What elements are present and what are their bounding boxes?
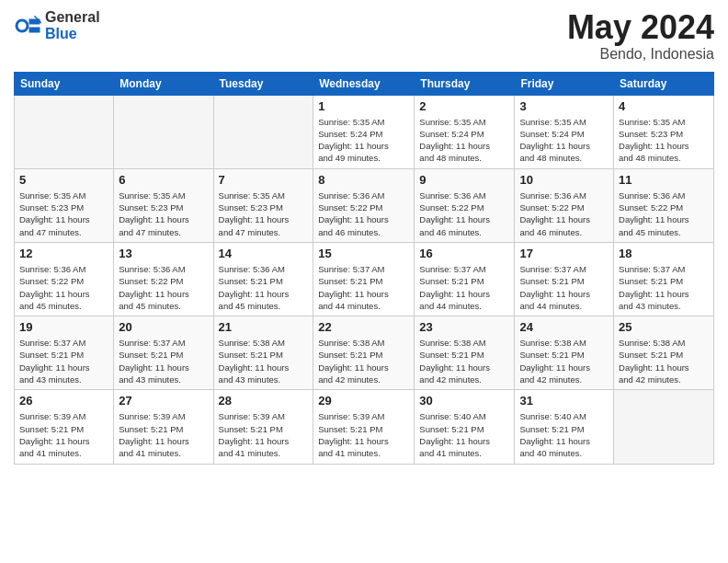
day-info: Sunrise: 5:38 AM Sunset: 5:21 PM Dayligh… bbox=[219, 337, 309, 385]
page-container: General Blue May 2024 Bendo, Indonesia S… bbox=[0, 0, 728, 478]
day-info: Sunrise: 5:35 AM Sunset: 5:23 PM Dayligh… bbox=[119, 190, 208, 238]
calendar-cell bbox=[614, 390, 714, 464]
day-header-wednesday: Wednesday bbox=[313, 72, 415, 95]
day-number: 26 bbox=[19, 394, 108, 408]
day-info: Sunrise: 5:36 AM Sunset: 5:22 PM Dayligh… bbox=[619, 190, 709, 238]
calendar-cell: 3Sunrise: 5:35 AM Sunset: 5:24 PM Daylig… bbox=[515, 95, 614, 168]
day-number: 14 bbox=[219, 247, 309, 260]
location: Bendo, Indonesia bbox=[567, 46, 714, 63]
calendar-cell: 11Sunrise: 5:36 AM Sunset: 5:22 PM Dayli… bbox=[614, 168, 714, 242]
day-number: 7 bbox=[219, 173, 309, 187]
day-number: 31 bbox=[519, 394, 609, 408]
day-info: Sunrise: 5:35 AM Sunset: 5:24 PM Dayligh… bbox=[519, 116, 609, 165]
day-info: Sunrise: 5:39 AM Sunset: 5:21 PM Dayligh… bbox=[318, 410, 409, 459]
day-number: 21 bbox=[219, 320, 309, 334]
day-number: 18 bbox=[619, 247, 709, 260]
day-header-monday: Monday bbox=[114, 72, 213, 95]
calendar-cell: 2Sunrise: 5:35 AM Sunset: 5:24 PM Daylig… bbox=[415, 95, 515, 168]
calendar-cell: 28Sunrise: 5:39 AM Sunset: 5:21 PM Dayli… bbox=[213, 390, 313, 464]
day-info: Sunrise: 5:36 AM Sunset: 5:22 PM Dayligh… bbox=[19, 263, 108, 312]
day-number: 17 bbox=[519, 247, 609, 260]
day-number: 4 bbox=[619, 99, 709, 113]
day-number: 27 bbox=[119, 394, 208, 408]
month-title: May 2024 bbox=[567, 9, 714, 46]
day-info: Sunrise: 5:39 AM Sunset: 5:21 PM Dayligh… bbox=[19, 410, 108, 459]
calendar-cell: 7Sunrise: 5:35 AM Sunset: 5:23 PM Daylig… bbox=[213, 168, 313, 242]
calendar-week-4: 19Sunrise: 5:37 AM Sunset: 5:21 PM Dayli… bbox=[15, 316, 714, 390]
logo-text: General Blue bbox=[45, 9, 100, 41]
calendar-cell: 14Sunrise: 5:36 AM Sunset: 5:21 PM Dayli… bbox=[213, 242, 313, 316]
day-number: 16 bbox=[419, 247, 509, 260]
day-header-thursday: Thursday bbox=[415, 72, 515, 95]
calendar-week-1: 1Sunrise: 5:35 AM Sunset: 5:24 PM Daylig… bbox=[15, 95, 714, 168]
day-number: 3 bbox=[519, 99, 609, 113]
day-number: 8 bbox=[318, 173, 409, 187]
day-number: 11 bbox=[619, 173, 709, 187]
day-info: Sunrise: 5:36 AM Sunset: 5:22 PM Dayligh… bbox=[419, 190, 509, 238]
day-info: Sunrise: 5:40 AM Sunset: 5:21 PM Dayligh… bbox=[419, 410, 509, 459]
day-info: Sunrise: 5:35 AM Sunset: 5:23 PM Dayligh… bbox=[19, 190, 108, 238]
calendar-cell: 13Sunrise: 5:36 AM Sunset: 5:22 PM Dayli… bbox=[114, 242, 213, 316]
logo: General Blue bbox=[14, 9, 100, 41]
calendar-week-3: 12Sunrise: 5:36 AM Sunset: 5:22 PM Dayli… bbox=[15, 242, 714, 316]
day-info: Sunrise: 5:36 AM Sunset: 5:21 PM Dayligh… bbox=[219, 263, 309, 312]
day-number: 1 bbox=[318, 99, 409, 113]
calendar-cell: 25Sunrise: 5:38 AM Sunset: 5:21 PM Dayli… bbox=[614, 316, 714, 390]
calendar-cell bbox=[114, 95, 213, 168]
calendar-cell: 15Sunrise: 5:37 AM Sunset: 5:21 PM Dayli… bbox=[313, 242, 415, 316]
calendar-cell: 21Sunrise: 5:38 AM Sunset: 5:21 PM Dayli… bbox=[213, 316, 313, 390]
calendar-cell: 22Sunrise: 5:38 AM Sunset: 5:21 PM Dayli… bbox=[313, 316, 415, 390]
day-number: 28 bbox=[219, 394, 309, 408]
day-number: 5 bbox=[19, 173, 108, 187]
calendar-cell: 4Sunrise: 5:35 AM Sunset: 5:23 PM Daylig… bbox=[614, 95, 714, 168]
day-info: Sunrise: 5:38 AM Sunset: 5:21 PM Dayligh… bbox=[318, 337, 409, 385]
day-number: 19 bbox=[19, 320, 108, 334]
day-info: Sunrise: 5:35 AM Sunset: 5:24 PM Dayligh… bbox=[419, 116, 509, 165]
logo-blue: Blue bbox=[45, 26, 100, 42]
day-number: 25 bbox=[619, 320, 709, 334]
day-info: Sunrise: 5:38 AM Sunset: 5:21 PM Dayligh… bbox=[619, 337, 709, 385]
day-number: 22 bbox=[318, 320, 409, 334]
day-info: Sunrise: 5:37 AM Sunset: 5:21 PM Dayligh… bbox=[519, 263, 609, 312]
calendar-cell: 12Sunrise: 5:36 AM Sunset: 5:22 PM Dayli… bbox=[15, 242, 114, 316]
day-info: Sunrise: 5:39 AM Sunset: 5:21 PM Dayligh… bbox=[219, 410, 309, 459]
day-header-tuesday: Tuesday bbox=[213, 72, 313, 95]
header-row: SundayMondayTuesdayWednesdayThursdayFrid… bbox=[15, 72, 714, 95]
calendar-week-5: 26Sunrise: 5:39 AM Sunset: 5:21 PM Dayli… bbox=[15, 390, 714, 464]
calendar-cell: 27Sunrise: 5:39 AM Sunset: 5:21 PM Dayli… bbox=[114, 390, 213, 464]
day-info: Sunrise: 5:37 AM Sunset: 5:21 PM Dayligh… bbox=[19, 337, 108, 385]
day-info: Sunrise: 5:40 AM Sunset: 5:21 PM Dayligh… bbox=[519, 410, 609, 459]
calendar-cell: 8Sunrise: 5:36 AM Sunset: 5:22 PM Daylig… bbox=[313, 168, 415, 242]
day-header-friday: Friday bbox=[515, 72, 614, 95]
calendar-table: SundayMondayTuesdayWednesdayThursdayFrid… bbox=[14, 72, 714, 465]
day-info: Sunrise: 5:35 AM Sunset: 5:23 PM Dayligh… bbox=[619, 116, 709, 165]
day-number: 20 bbox=[119, 320, 208, 334]
day-info: Sunrise: 5:37 AM Sunset: 5:21 PM Dayligh… bbox=[318, 263, 409, 312]
calendar-cell: 24Sunrise: 5:38 AM Sunset: 5:21 PM Dayli… bbox=[515, 316, 614, 390]
day-info: Sunrise: 5:35 AM Sunset: 5:23 PM Dayligh… bbox=[219, 190, 309, 238]
day-number: 30 bbox=[419, 394, 509, 408]
logo-general: General bbox=[45, 9, 100, 26]
day-info: Sunrise: 5:37 AM Sunset: 5:21 PM Dayligh… bbox=[119, 337, 208, 385]
day-info: Sunrise: 5:36 AM Sunset: 5:22 PM Dayligh… bbox=[119, 263, 208, 312]
day-info: Sunrise: 5:38 AM Sunset: 5:21 PM Dayligh… bbox=[519, 337, 609, 385]
calendar-cell: 23Sunrise: 5:38 AM Sunset: 5:21 PM Dayli… bbox=[415, 316, 515, 390]
calendar-cell: 30Sunrise: 5:40 AM Sunset: 5:21 PM Dayli… bbox=[415, 390, 515, 464]
day-info: Sunrise: 5:39 AM Sunset: 5:21 PM Dayligh… bbox=[119, 410, 208, 459]
day-number: 29 bbox=[318, 394, 409, 408]
calendar-cell: 16Sunrise: 5:37 AM Sunset: 5:21 PM Dayli… bbox=[415, 242, 515, 316]
title-block: May 2024 Bendo, Indonesia bbox=[567, 9, 714, 63]
svg-marker-3 bbox=[29, 27, 40, 32]
calendar-cell: 26Sunrise: 5:39 AM Sunset: 5:21 PM Dayli… bbox=[15, 390, 114, 464]
day-number: 15 bbox=[318, 247, 409, 260]
day-header-sunday: Sunday bbox=[15, 72, 114, 95]
day-info: Sunrise: 5:38 AM Sunset: 5:21 PM Dayligh… bbox=[419, 337, 509, 385]
logo-icon bbox=[14, 12, 41, 40]
calendar-cell: 20Sunrise: 5:37 AM Sunset: 5:21 PM Dayli… bbox=[114, 316, 213, 390]
calendar-cell: 29Sunrise: 5:39 AM Sunset: 5:21 PM Dayli… bbox=[313, 390, 415, 464]
day-info: Sunrise: 5:37 AM Sunset: 5:21 PM Dayligh… bbox=[619, 263, 709, 312]
header: General Blue May 2024 Bendo, Indonesia bbox=[14, 9, 714, 63]
day-number: 6 bbox=[119, 173, 208, 187]
calendar-cell: 19Sunrise: 5:37 AM Sunset: 5:21 PM Dayli… bbox=[15, 316, 114, 390]
day-number: 12 bbox=[19, 247, 108, 260]
